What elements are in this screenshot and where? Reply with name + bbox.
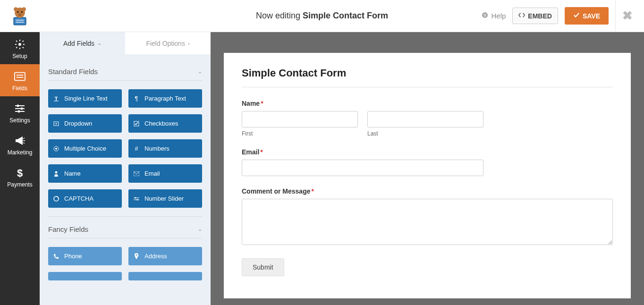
tab-add-fields[interactable]: Add Fields ⌄: [40, 32, 125, 54]
svg-point-5: [21, 11, 23, 13]
wpforms-mascot-icon: [9, 5, 31, 27]
required-mark: *: [311, 187, 314, 195]
nav-label: Marketing: [8, 149, 33, 156]
svg-point-32: [135, 197, 136, 198]
dropdown-icon: [53, 121, 59, 127]
pin-icon: [133, 253, 140, 259]
svg-rect-12: [15, 73, 25, 81]
app-logo[interactable]: [0, 5, 40, 27]
comment-label: Comment or Message*: [242, 187, 613, 195]
field-phone[interactable]: Phone: [48, 247, 122, 265]
field-dropdown[interactable]: Dropdown: [48, 114, 122, 133]
field-name[interactable]: Name: [48, 164, 122, 183]
check-icon: [573, 12, 580, 20]
standard-grid: TSingle Line Text ¶Paragraph Text Dropdo…: [48, 81, 202, 211]
svg-point-6: [18, 13, 21, 15]
svg-point-16: [17, 105, 19, 107]
svg-point-20: [18, 110, 20, 113]
code-icon: [518, 12, 525, 20]
svg-text:?: ?: [484, 13, 486, 18]
email-label: Email*: [242, 148, 613, 156]
save-button[interactable]: SAVE: [565, 7, 609, 25]
preview-area: Simple Contact Form Name* First Last Ema…: [211, 32, 644, 305]
field-name-wrap[interactable]: Name* First Last: [242, 100, 613, 137]
panel-body[interactable]: Standard Fields ⌄ TSingle Line Text ¶Par…: [40, 54, 211, 305]
chevron-down-icon: ⌄: [198, 226, 202, 232]
nav-label: Settings: [9, 117, 30, 124]
tab-field-options[interactable]: Field Options ›: [125, 32, 211, 54]
nav-payments[interactable]: $ Payments: [0, 161, 40, 193]
comment-textarea[interactable]: [242, 199, 613, 245]
svg-text:T: T: [55, 96, 58, 102]
field-captcha[interactable]: CAPTCHA: [48, 189, 122, 208]
nav-fields[interactable]: Fields: [0, 64, 40, 96]
svg-point-7: [14, 7, 18, 11]
embed-button[interactable]: EMBED: [512, 8, 558, 24]
svg-point-28: [55, 171, 58, 173]
section-fancy-fields[interactable]: Fancy Fields ⌄: [48, 217, 202, 238]
tab-label: Field Options: [146, 40, 185, 47]
field-email[interactable]: Email: [128, 164, 202, 183]
section-title: Standard Fields: [48, 68, 98, 76]
chevron-right-icon: ›: [188, 41, 190, 46]
slider-icon: [133, 196, 140, 201]
left-nav: Setup Fields Settings Marketing $ Paymen…: [0, 32, 40, 305]
field-number-slider[interactable]: Number Slider: [128, 189, 202, 208]
field-comment-wrap[interactable]: Comment or Message*: [242, 187, 613, 247]
field-placeholder[interactable]: [128, 272, 202, 280]
close-wrap: ✖: [615, 0, 639, 32]
radio-icon: [53, 146, 59, 152]
topbar: Now editing Simple Contact Form ? Help E…: [0, 0, 644, 32]
chevron-down-icon: ⌄: [198, 68, 202, 75]
paragraph-icon: ¶: [133, 95, 140, 102]
save-label: SAVE: [583, 12, 600, 20]
help-link[interactable]: ? Help: [482, 12, 506, 20]
required-mark: *: [261, 100, 263, 107]
svg-text:$: $: [17, 167, 23, 178]
nav-settings[interactable]: Settings: [0, 96, 40, 128]
nav-setup[interactable]: Setup: [0, 32, 40, 64]
phone-icon: [53, 254, 59, 259]
nav-marketing[interactable]: Marketing: [0, 128, 40, 161]
field-numbers[interactable]: #Numbers: [128, 139, 202, 158]
svg-point-27: [55, 148, 57, 150]
section-title: Fancy Fields: [48, 225, 88, 233]
field-single-line-text[interactable]: TSingle Line Text: [48, 89, 122, 108]
fancy-grid: Phone Address: [48, 238, 202, 283]
form-preview: Simple Contact Form Name* First Last Ema…: [224, 53, 631, 298]
required-mark: *: [260, 148, 263, 156]
svg-point-8: [22, 7, 26, 11]
top-actions: ? Help EMBED SAVE ✖: [482, 0, 644, 32]
chevron-down-icon: ⌄: [97, 40, 102, 46]
form-name: Simple Contact Form: [303, 11, 388, 20]
field-address[interactable]: Address: [128, 247, 202, 265]
text-icon: T: [53, 96, 59, 102]
name-first-input[interactable]: [242, 111, 358, 127]
email-input[interactable]: [242, 160, 483, 176]
checkbox-icon: [133, 121, 140, 127]
svg-point-34: [137, 199, 138, 200]
sliders-icon: [14, 103, 25, 114]
captcha-icon: [53, 196, 59, 202]
help-icon: ?: [482, 12, 488, 20]
field-placeholder[interactable]: [48, 272, 122, 280]
submit-button[interactable]: Submit: [242, 258, 284, 276]
hash-icon: #: [133, 145, 140, 152]
name-last-input[interactable]: [367, 111, 483, 127]
envelope-icon: [133, 171, 140, 176]
section-standard-fields[interactable]: Standard Fields ⌄: [48, 59, 202, 81]
close-icon[interactable]: ✖: [622, 8, 633, 23]
layout: Setup Fields Settings Marketing $ Paymen…: [0, 32, 644, 305]
field-paragraph-text[interactable]: ¶Paragraph Text: [128, 89, 202, 108]
embed-label: EMBED: [528, 12, 552, 20]
field-multiple-choice[interactable]: Multiple Choice: [48, 139, 122, 158]
help-label: Help: [491, 12, 506, 20]
nav-label: Payments: [7, 181, 32, 188]
page-title: Now editing Simple Contact Form: [256, 11, 388, 21]
form-title: Simple Contact Form: [242, 67, 613, 87]
svg-rect-0: [14, 17, 26, 25]
field-email-wrap[interactable]: Email*: [242, 148, 613, 176]
field-checkboxes[interactable]: Checkboxes: [128, 114, 202, 133]
now-editing-label: Now editing: [256, 11, 303, 20]
last-sublabel: Last: [367, 130, 483, 137]
